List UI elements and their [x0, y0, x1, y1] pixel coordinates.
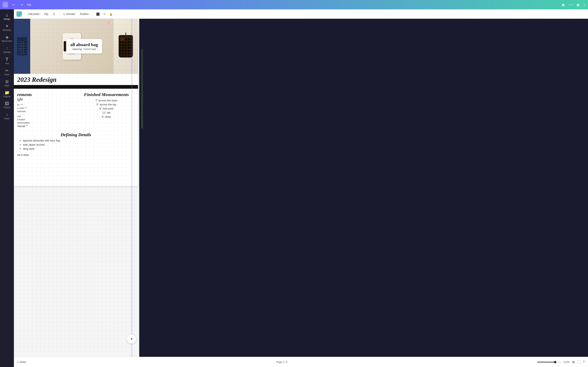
animate-icon: ◎ — [63, 13, 65, 16]
meas-item-2: o cover ** — [17, 107, 74, 109]
sidebar-label-photos: Photos — [4, 106, 10, 109]
page-content: rements ight el * ** o cover ** onnector… — [14, 89, 138, 160]
measurements-title: rements — [17, 92, 74, 97]
sidebar: ⌂ Design ✦ Elements ◈ Brand Hub ↑ Upload… — [0, 9, 14, 184]
fin-item-4: 11" tall — [78, 111, 135, 114]
meas-item-7: slippage ** — [17, 125, 74, 127]
projects-icon: 📁 — [4, 91, 9, 95]
sidebar-label-elements: Elements — [3, 29, 11, 31]
separator-1 — [24, 12, 24, 16]
meas-item-3: onnector. — [17, 110, 74, 113]
lock-button[interactable]: 🔒 — [108, 11, 114, 17]
details-title: Defining Details — [17, 132, 135, 137]
page-image-section: 🌸 all aboard bag sewing tutorial — [14, 19, 138, 74]
redo-icon: ↪ — [20, 3, 23, 7]
sidebar-item-brand-hub[interactable]: ◈ Brand Hub — [0, 33, 14, 44]
canvas-page[interactable]: 🌸 all aboard bag sewing tutorial — [14, 19, 138, 184]
sidebar-item-design[interactable]: ⌂ Design — [0, 11, 14, 22]
right-column: Finished Measurements 7" across the base… — [78, 92, 135, 128]
sidebar-label-text: Text — [5, 62, 9, 65]
canvas-area: 🌸 all aboard bag sewing tutorial — [14, 19, 139, 184]
sidebar-label-apps: Apps — [5, 84, 9, 87]
separator-3 — [93, 12, 93, 16]
flip-label: Flip — [44, 13, 48, 16]
photos-icon: 🖼 — [5, 101, 9, 106]
bag-image-left — [14, 19, 30, 74]
page-divider — [132, 19, 132, 184]
finished-measurements-title: Finished Measurements — [78, 92, 135, 97]
position-button[interactable]: Position — [78, 12, 91, 17]
edit-photo-label: Edit photo — [28, 13, 39, 16]
undo-button[interactable]: ↩ — [11, 2, 16, 8]
detail-item-2: side zipper access — [23, 143, 135, 146]
detail-item-1: tapered silhouette with faux flap — [23, 139, 135, 142]
redo-button[interactable]: ↪ — [19, 2, 25, 8]
sidebar-item-text[interactable]: T Text — [0, 55, 14, 67]
sidebar-item-apps[interactable]: ⊞ Apps — [0, 77, 14, 89]
transparency-button[interactable]: ⬛ — [95, 11, 101, 17]
text-icon: T — [6, 57, 8, 62]
redesign-title: 2023 Redesign — [17, 76, 135, 83]
meas-item-1: el * ** — [17, 104, 74, 106]
sidebar-label-brand-hub: Brand Hub — [2, 40, 12, 42]
animate-label: Animate — [66, 13, 75, 16]
style-icon: ≡ — [104, 12, 105, 16]
flip-button[interactable]: Flip — [42, 12, 50, 17]
top-bar: ⌂ ↩ ↪ File ▣ ⚬⚬ ▦ ⇧ — [0, 0, 294, 9]
sidebar-item-draw[interactable]: ✏ Draw — [0, 67, 14, 77]
bag-images-center: 🌸 all aboard bag sewing tutorial — [30, 19, 138, 74]
fin-item-1: 7" across the base — [78, 99, 135, 102]
sidebar-item-elements[interactable]: ✦ Elements — [0, 22, 14, 33]
sidebar-label-uploads: Uploads — [3, 51, 11, 53]
style-button[interactable]: ≡ — [102, 11, 107, 17]
sidebar-label-draw: Draw — [4, 73, 9, 76]
sidebar-label-audio: Audio — [4, 117, 9, 120]
images-row: 🌸 all aboard bag sewing tutorial — [14, 19, 138, 74]
color-button[interactable] — [16, 11, 22, 17]
position-label: Position — [80, 13, 89, 16]
left-column: rements ight el * ** o cover ** onnector… — [17, 92, 74, 128]
undo-icon: ↩ — [12, 3, 15, 7]
bag-main-title: all aboard bag — [70, 42, 98, 47]
black-bar — [14, 85, 138, 89]
transparency-icon: ⬛ — [96, 12, 100, 16]
fin-item-5: 4" deep — [78, 115, 135, 118]
fin-item-2: 5" across the top — [78, 103, 135, 106]
sidebar-label-projects: Projects — [3, 95, 11, 98]
home-button[interactable]: ⌂ — [2, 2, 8, 8]
brand-hub-icon: ◈ — [6, 35, 9, 39]
meas-item-5: e button — [17, 118, 74, 121]
sidebar-item-uploads[interactable]: ↑ Uploads — [0, 44, 14, 55]
home-icon: ⌂ — [4, 3, 6, 6]
animate-button[interactable]: ◎ Animate — [61, 12, 77, 17]
audio-icon: ♪ — [6, 113, 8, 117]
bag-subtitle: sewing tutorial — [70, 48, 98, 51]
redesign-section: 2023 Redesign — [14, 74, 138, 85]
info-icon: ℹ — [53, 12, 54, 16]
weight-label: ight — [17, 97, 74, 101]
measurements-grid: rements ight el * ** o cover ** onnector… — [17, 92, 135, 128]
dark-background — [143, 19, 294, 184]
file-menu[interactable]: File — [27, 3, 31, 6]
edit-toolbar: Edit photo Flip ℹ ◎ Animate Position ⬛ ≡… — [14, 9, 294, 19]
separator-2 — [59, 12, 59, 16]
lock-icon: 🔒 — [109, 12, 113, 16]
sidebar-item-photos[interactable]: 🖼 Photos — [0, 100, 14, 110]
info-button[interactable]: ℹ — [51, 11, 57, 17]
measurements-items: el * ** o cover ** onnector. ctor e butt… — [17, 104, 74, 127]
detail-item-3: sling style — [23, 147, 135, 150]
bag-title-card: all aboard bag sewing tutorial — [66, 39, 102, 54]
edit-photo-button[interactable]: Edit photo — [26, 12, 42, 17]
meas-item-6: vered button — [17, 122, 74, 124]
meas-item-4: ctor — [17, 115, 74, 117]
sidebar-label-design: Design — [4, 18, 10, 20]
details-section: Defining Details tapered silhouette with… — [17, 132, 135, 150]
draw-icon: ✏ — [5, 68, 9, 73]
elements-icon: ✦ — [5, 24, 9, 28]
details-list: tapered silhouette with faux flap side z… — [17, 139, 135, 150]
uploads-icon: ↑ — [6, 46, 8, 50]
sidebar-item-audio[interactable]: ♪ Audio — [0, 110, 14, 122]
sidebar-item-projects[interactable]: 📁 Projects — [0, 89, 14, 100]
apps-icon: ⊞ — [5, 80, 9, 83]
fin-item-3: 9" mid point — [78, 107, 135, 110]
